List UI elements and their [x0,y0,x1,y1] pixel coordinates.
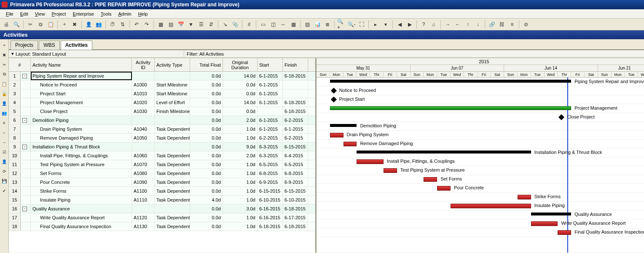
col-header-id[interactable]: Activity ID [132,58,155,71]
cell-duration[interactable]: 0.0d [223,107,258,116]
gantt-bar[interactable] [518,195,531,199]
cell-duration[interactable]: 2.0d [223,116,258,124]
help-icon[interactable]: ? [419,20,428,29]
cell-activity-id[interactable] [132,72,155,80]
cell-duration[interactable]: 1.0d [223,187,258,195]
commit-icon[interactable]: ✔ [0,186,8,195]
table-row[interactable]: 10Install Pipe, Fittings, & CouplingsA10… [9,151,315,160]
cell-duration[interactable]: 0.0d [223,89,258,98]
cell-finish[interactable]: 6-15-2015 [283,187,308,195]
cell-activity-name[interactable]: Test Piping System at Pressure [31,160,132,169]
tab-projects[interactable]: Projects [11,40,38,50]
cell-duration[interactable]: 14.0d [223,72,258,80]
cell-activity-type[interactable]: Finish Milestone [155,107,190,116]
cell-activity-name[interactable]: Pour Concrete [31,178,132,186]
cell-total-float[interactable]: 0.0d [190,143,223,151]
cell-finish[interactable]: 6-18-2015 [283,222,308,231]
cell-activity-type[interactable]: Task Dependent [155,178,190,186]
cell-activity-name[interactable]: Project Start [31,89,132,98]
cell-duration[interactable]: 1.0d [223,125,258,133]
cell-start[interactable]: 6-5-2015 [258,160,283,169]
table-row[interactable]: 7Drain Piping SystemA1040Task Dependent0… [9,125,315,134]
table-row[interactable]: 15Insulate PipingA1110Task Dependent4.0d… [9,196,315,205]
gantt-bar[interactable] [357,159,384,164]
cell-activity-id[interactable]: A1130 [132,222,155,231]
table-row[interactable]: 4Project ManagementA1020Level of Effort0… [9,98,315,107]
attachments-icon[interactable]: 📎 [231,20,240,29]
cell-duration[interactable]: 1.0d [223,169,258,178]
cell-total-float[interactable]: 0.0d [190,89,223,98]
cell-total-float[interactable]: 0.0d [190,98,223,107]
gantt-row[interactable] [317,166,644,175]
next-icon[interactable]: ▶ [405,20,414,29]
cell-activity-type[interactable] [155,72,190,80]
menu-admin[interactable]: Admin [115,11,134,17]
gantt-row[interactable] [317,95,644,104]
cell-total-float[interactable]: 0.0d [190,116,223,124]
gantt-icon[interactable]: ▭ [258,20,268,29]
cell-activity-type[interactable] [155,116,190,124]
cell-activity-id[interactable]: A1020 [132,98,155,107]
cell-activity-name[interactable]: Set Forms [31,169,132,178]
cell-total-float[interactable]: 0.0d [190,213,223,222]
cell-activity-type[interactable]: Start Milestone [155,81,190,89]
cell-activity-id[interactable]: A1080 [132,169,155,178]
indent-icon[interactable]: → [443,20,452,29]
table-row[interactable]: 16−Quality Assurance0.0d3.0d6-16-20156-1… [9,205,315,213]
cut-icon[interactable]: ✂ [0,60,8,69]
table-row[interactable]: 13Pour ConcreteA1090Task Dependent0.0d1.… [9,178,315,187]
move-up-icon[interactable]: ↑ [463,20,472,29]
table-icon[interactable]: ▦ [289,20,298,29]
gantt-bar[interactable] [558,230,571,235]
cell-start[interactable]: 6-18-2015 [258,222,283,231]
cell-activity-id[interactable] [132,116,155,124]
menu-view[interactable]: View [32,11,48,17]
cell-finish[interactable]: 6-17-2015 [283,213,308,222]
tab-activities[interactable]: Activities [61,40,92,50]
cell-activity-id[interactable]: A1070 [132,160,155,169]
gantt-bar[interactable] [330,106,571,110]
cell-activity-type[interactable] [155,205,190,213]
collapse-icon[interactable]: − [22,74,27,78]
gantt-row[interactable] [317,113,644,122]
cell-finish[interactable]: 6-18-2015 [283,98,308,107]
cell-activity-type[interactable]: Task Dependent [155,134,190,142]
cell-activity-name[interactable]: Notice to Proceed [31,81,132,89]
cell-start[interactable]: 6-8-2015 [258,169,283,178]
cell-activity-type[interactable]: Task Dependent [155,169,190,178]
cell-duration[interactable]: 1.0d [223,134,258,142]
resource-icon[interactable]: 👤 [84,20,93,29]
bars-icon[interactable]: ▤ [166,20,175,29]
cell-activity-type[interactable]: Task Dependent [155,222,190,231]
table-row[interactable]: 17Write Quality Assurance ReportA1120Tas… [9,213,315,222]
gantt-bar[interactable] [330,133,343,137]
menu-edit[interactable]: Edit [17,11,32,17]
cell-total-float[interactable]: 0.0d [190,178,223,186]
predecessors-icon[interactable]: ← [0,128,8,137]
tree-toggle-cell[interactable]: − [21,143,31,151]
gantt-bar[interactable] [451,204,531,208]
store-icon[interactable]: 💾 [0,177,8,185]
table-row[interactable]: 1−Piping System Repair and Improve0.0d14… [9,72,315,81]
paste-icon[interactable]: 📋 [0,80,8,88]
table-row[interactable]: 18Final Quality Assurance InspectionA113… [9,222,315,231]
cell-activity-id[interactable]: A1010 [132,89,155,98]
gantt-bar[interactable] [437,186,451,191]
collapse-icon[interactable]: − [22,118,27,123]
gantt-bar[interactable] [330,124,357,127]
table-row[interactable]: 2Notice to ProceedA1000Start Milestone0.… [9,81,315,89]
columns-icon[interactable]: ▦ [156,20,165,29]
cell-activity-name[interactable]: Strike Forms [31,187,132,195]
tree-toggle-cell[interactable]: − [21,116,31,124]
cell-activity-id[interactable] [132,143,155,151]
trace-logic-icon[interactable]: ↔ [279,20,288,29]
cell-activity-type[interactable]: Task Dependent [155,213,190,222]
refresh-icon[interactable]: ⟳ [0,167,8,175]
cell-duration[interactable]: 1.0d [223,160,258,169]
cell-start[interactable]: 6-15-2015 [258,187,283,195]
gantt-row[interactable] [317,175,644,184]
role-icon[interactable]: 👥 [0,109,8,117]
gantt-bar[interactable] [424,177,437,182]
undo-icon[interactable]: ↶ [132,20,141,29]
gantt-bar[interactable] [330,80,571,83]
